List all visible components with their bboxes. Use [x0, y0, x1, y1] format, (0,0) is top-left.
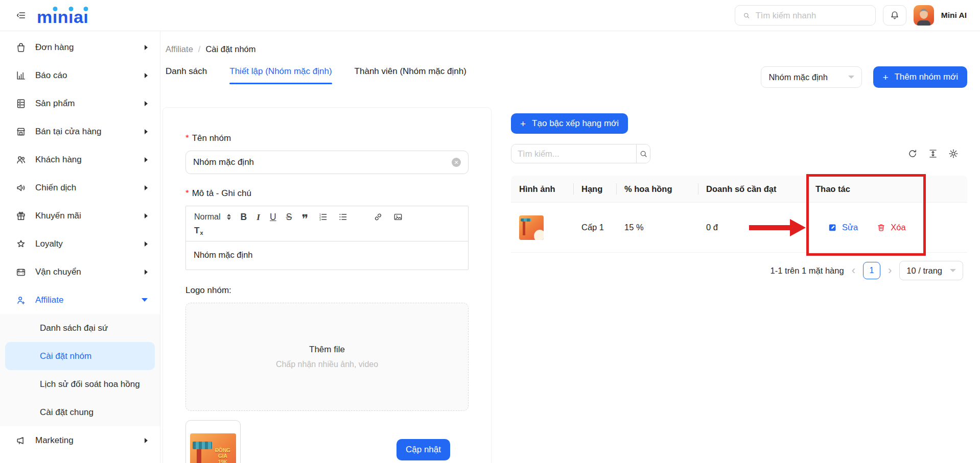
- upload-hint: Chấp nhận nhiều ảnh, video: [276, 360, 378, 369]
- insert-image-icon[interactable]: [393, 212, 403, 222]
- sidebar-subitem-lich-su-doi-soat[interactable]: Lịch sử đối soát hoa hồng: [5, 370, 155, 398]
- chevron-right-icon: [145, 73, 148, 78]
- breadcrumb: Affiliate / Cài đặt nhóm: [160, 31, 980, 54]
- file-upload-area[interactable]: Thêm file Chấp nhận nhiều ảnh, video: [185, 303, 469, 411]
- rank-image: [519, 215, 544, 240]
- breadcrumb-separator: /: [198, 44, 201, 54]
- chevron-right-icon: [145, 241, 148, 247]
- col-hinh-anh: Hình ảnh: [511, 176, 573, 202]
- bag-icon: [15, 42, 27, 53]
- strikethrough-button[interactable]: S: [286, 212, 292, 223]
- rank-cell: Cấp 1: [573, 223, 616, 232]
- sidebar-item-marketing[interactable]: Marketing: [0, 426, 160, 454]
- rank-table: Hình ảnh Hạng % hoa hồng Doanh số cần đạ…: [511, 176, 967, 253]
- store-icon: [15, 126, 27, 137]
- next-page-icon[interactable]: ›: [888, 265, 892, 276]
- chevron-right-icon: [145, 438, 148, 443]
- chevron-right-icon: [145, 157, 148, 162]
- sidebar-item-bao-cao[interactable]: Báo cáo: [0, 61, 160, 89]
- sidebar-item-van-chuyen[interactable]: Vận chuyển: [0, 258, 160, 286]
- main-content: Affiliate / Cài đặt nhóm Danh sách Thiết…: [160, 31, 980, 463]
- group-name-input[interactable]: [193, 157, 452, 167]
- updown-icon: [227, 214, 231, 220]
- row-height-icon[interactable]: [927, 148, 939, 159]
- topbar: mınıaı Mini AI: [0, 0, 980, 31]
- add-group-button[interactable]: + Thêm nhóm mới: [873, 66, 967, 88]
- sidebar-subitem-danh-sach-dai-su[interactable]: Danh sách đại sứ: [5, 314, 155, 342]
- bell-icon: [889, 10, 900, 21]
- update-button[interactable]: Cập nhật: [396, 439, 450, 460]
- description-label: *Mô tả - Ghi chú: [185, 188, 469, 199]
- format-select[interactable]: Normal: [194, 212, 231, 222]
- chevron-right-icon: [145, 101, 148, 106]
- refresh-icon[interactable]: [907, 148, 918, 159]
- rank-search-input[interactable]: [511, 144, 636, 163]
- create-rank-button[interactable]: + Tạo bậc xếp hạng mới: [511, 113, 628, 134]
- editor-content[interactable]: Nhóm mặc định: [186, 241, 468, 270]
- gear-icon[interactable]: [948, 148, 959, 159]
- table-header: Hình ảnh Hạng % hoa hồng Doanh số cần đạ…: [511, 176, 967, 203]
- menu-fold-icon[interactable]: [15, 10, 27, 21]
- col-hang: Hạng: [573, 176, 616, 202]
- sidebar-subitem-cai-dat-nhom[interactable]: Cài đặt nhóm: [5, 342, 155, 370]
- notifications-button[interactable]: [883, 5, 906, 26]
- sidebar-item-san-pham[interactable]: Sản phẩm: [0, 89, 160, 117]
- svg-text:3: 3: [319, 218, 321, 221]
- prev-page-icon[interactable]: ‹: [852, 265, 855, 276]
- sidebar: Đơn hàng Báo cáo Sản phẩm Bán tại cửa hà…: [0, 31, 160, 463]
- group-select[interactable]: Nhóm mặc định: [761, 66, 862, 88]
- sidebar-item-khuyen-mai[interactable]: Khuyến mãi: [0, 202, 160, 230]
- global-search-input[interactable]: [756, 11, 868, 20]
- app-logo[interactable]: mınıaı: [37, 5, 88, 26]
- trash-icon: [876, 223, 886, 232]
- plus-icon: +: [882, 72, 888, 82]
- chart-icon: [15, 70, 27, 81]
- col-thao-tac: Thao tác: [807, 176, 967, 202]
- chevron-right-icon: [145, 270, 148, 275]
- group-settings-card: *Tên nhóm ✕ *Mô tả - Ghi chú Normal B I …: [162, 107, 492, 463]
- edit-button[interactable]: Sửa: [828, 223, 858, 232]
- commission-cell: 15 %: [616, 223, 698, 232]
- clear-format-icon[interactable]: Tx: [194, 226, 203, 236]
- pagination: 1-1 trên 1 mặt hàng ‹ 1 › 10 / trang: [509, 261, 967, 280]
- bold-button[interactable]: B: [241, 212, 247, 223]
- tab-thanh-vien[interactable]: Thành viên (Nhóm mặc định): [355, 66, 466, 84]
- search-icon: [639, 149, 648, 159]
- sidebar-item-affiliate[interactable]: Affiliate: [0, 286, 160, 314]
- avatar[interactable]: [914, 5, 934, 26]
- rank-search: [511, 144, 650, 163]
- underline-button[interactable]: U: [270, 212, 276, 223]
- sidebar-item-loyalty[interactable]: Loyalty: [0, 230, 160, 258]
- breadcrumb-affiliate[interactable]: Affiliate: [166, 44, 193, 54]
- blockquote-icon[interactable]: ❞: [301, 211, 308, 223]
- sidebar-item-don-hang[interactable]: Đơn hàng: [0, 33, 160, 61]
- tab-danh-sach[interactable]: Danh sách: [166, 66, 207, 84]
- page-number[interactable]: 1: [863, 262, 880, 279]
- marketing-icon: [15, 435, 27, 446]
- required-mark: *: [185, 133, 189, 143]
- sidebar-item-chien-dich[interactable]: Chiến dịch: [0, 174, 160, 202]
- delete-button[interactable]: Xóa: [876, 223, 905, 232]
- shipping-icon: [15, 266, 27, 278]
- uploaded-logo-preview[interactable]: ĐỒNG GIÁ 19K: [185, 420, 241, 463]
- product-icon: [15, 98, 27, 109]
- italic-button[interactable]: I: [256, 212, 260, 223]
- logo-label: Logo nhóm:: [185, 285, 469, 296]
- search-icon: [742, 11, 751, 20]
- sidebar-item-khach-hang[interactable]: Khách hàng: [0, 145, 160, 174]
- ordered-list-icon[interactable]: 123: [318, 212, 328, 222]
- rank-search-button[interactable]: [636, 144, 650, 163]
- chevron-right-icon: [145, 213, 148, 218]
- campaign-icon: [15, 182, 27, 193]
- bullet-list-icon[interactable]: [338, 212, 348, 222]
- promo-image: ĐỒNG GIÁ 19K: [190, 433, 236, 463]
- star-icon: [15, 238, 27, 250]
- tab-thiet-lap[interactable]: Thiết lập (Nhóm mặc định): [229, 66, 332, 84]
- clear-input-icon[interactable]: ✕: [452, 158, 461, 167]
- ranking-panel: + Tạo bậc xếp hạng mới: [509, 107, 967, 280]
- sidebar-subitem-cai-dat-chung[interactable]: Cài đặt chung: [5, 398, 155, 426]
- sidebar-item-ban-tai-cua-hang[interactable]: Bán tại cửa hàng: [0, 117, 160, 145]
- page-size-select[interactable]: 10 / trang: [899, 261, 963, 280]
- link-icon[interactable]: [373, 212, 383, 222]
- group-name-field: ✕: [185, 151, 469, 174]
